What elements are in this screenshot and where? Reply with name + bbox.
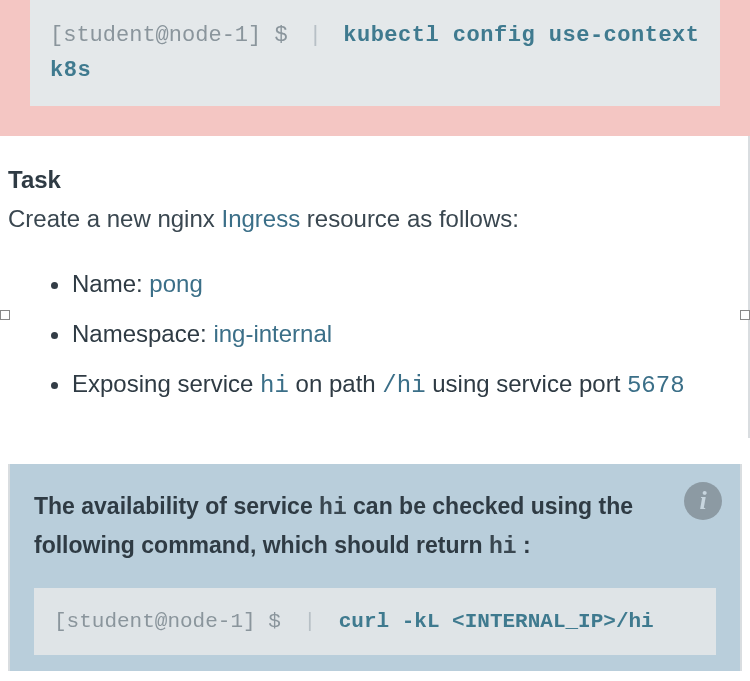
namespace-label: Namespace:: [72, 320, 213, 347]
info-separator: |: [303, 610, 316, 633]
expose-path: /hi: [382, 372, 425, 399]
shell-prompt: [student@node-1] $: [50, 23, 288, 48]
selection-handle-right[interactable]: [740, 310, 750, 320]
name-value: pong: [149, 270, 202, 297]
task-heading: Task: [8, 166, 740, 194]
separator: |: [309, 23, 322, 48]
info-shell-command: curl -kL <INTERNAL_IP>/hi: [339, 610, 654, 633]
intro-text-pre: Create a new nginx: [8, 205, 221, 232]
context-code-block: [student@node-1] $ | kubectl config use-…: [30, 0, 720, 106]
info-icon: i: [684, 482, 722, 520]
expose-port: 5678: [627, 372, 685, 399]
selection-handle-left[interactable]: [0, 310, 10, 320]
info-box: i The availability of service hi can be …: [8, 464, 742, 671]
info-text-post: :: [517, 532, 531, 558]
info-svc: hi: [319, 495, 347, 521]
info-code-block: [student@node-1] $ | curl -kL <INTERNAL_…: [34, 588, 716, 655]
task-intro: Create a new nginx Ingress resource as f…: [8, 202, 740, 236]
bullet-namespace: Namespace: ing-internal: [72, 316, 740, 352]
name-label: Name:: [72, 270, 149, 297]
task-section: Task Create a new nginx Ingress resource…: [0, 136, 750, 438]
info-text-pre: The availability of service: [34, 493, 319, 519]
bullet-name: Name: pong: [72, 266, 740, 302]
info-return: hi: [489, 534, 517, 560]
expose-text-mid: on path: [289, 370, 382, 397]
task-bullet-list: Name: pong Namespace: ing-internal Expos…: [8, 266, 740, 404]
namespace-value: ing-internal: [213, 320, 332, 347]
expose-service: hi: [260, 372, 289, 399]
info-text: The availability of service hi can be ch…: [34, 488, 716, 566]
info-shell-prompt: [student@node-1] $: [54, 610, 281, 633]
context-box: [student@node-1] $ | kubectl config use-…: [0, 0, 750, 136]
expose-text-mid2: using service port: [426, 370, 627, 397]
intro-text-post: resource as follows:: [300, 205, 519, 232]
ingress-link[interactable]: Ingress: [221, 205, 300, 232]
expose-text-pre: Exposing service: [72, 370, 260, 397]
bullet-expose: Exposing service hi on path /hi using se…: [72, 366, 740, 404]
